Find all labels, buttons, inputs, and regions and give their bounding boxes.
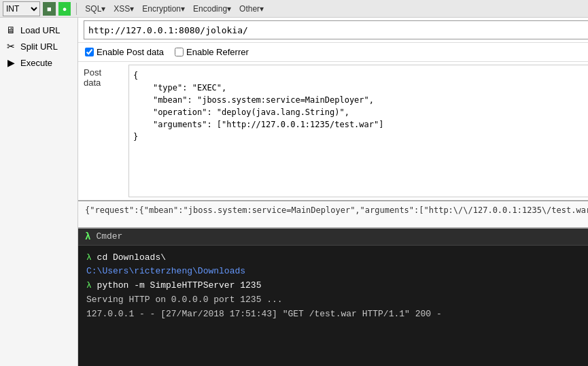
post-data-label: Post data xyxy=(78,62,126,200)
terminal-title: Cmder xyxy=(96,231,122,242)
enable-post-data-checkbox[interactable] xyxy=(85,48,94,56)
sidebar-item-execute[interactable]: ▶ Execute xyxy=(0,54,77,71)
terminal-line-1: λ cd Downloads\ xyxy=(86,251,588,265)
enable-referrer-option[interactable]: Enable Referrer xyxy=(175,47,249,57)
cmd-2: python -m SimpleHTTPServer 1235 xyxy=(97,280,262,290)
execute-icon: ▶ xyxy=(5,57,16,68)
menu-encoding[interactable]: Encoding▾ xyxy=(190,4,234,14)
content-panel: Enable Post data Enable Referrer Post da… xyxy=(78,18,588,366)
enable-post-data-option[interactable]: Enable Post data xyxy=(85,47,164,57)
terminal-lambda-icon: λ xyxy=(85,231,90,242)
terminal-titlebar: λ Cmder xyxy=(78,229,588,246)
output-2: 127.0.0.1 - - [27/Mar/2018 17:51:43] "GE… xyxy=(86,309,442,319)
enable-referrer-label: Enable Referrer xyxy=(186,47,249,57)
options-row: Enable Post data Enable Referrer xyxy=(78,43,588,62)
url-input[interactable] xyxy=(84,20,588,39)
cmd-1: cd Downloads\ xyxy=(97,252,166,263)
menu-encryption[interactable]: Encryption▾ xyxy=(139,4,188,14)
sidebar-item-load-url[interactable]: 🖥 Load URL xyxy=(0,22,77,38)
menu-sql[interactable]: SQL▾ xyxy=(82,4,108,14)
terminal-body: λ cd Downloads\ C:\Users\ricterzheng\Dow… xyxy=(78,246,588,363)
load-url-icon: 🖥 xyxy=(5,24,16,35)
post-data-section: Post data xyxy=(78,62,588,201)
sidebar: 🖥 Load URL ✂ Split URL ▶ Execute xyxy=(0,18,78,366)
sidebar-item-load-url-label: Load URL xyxy=(20,25,60,35)
terminal-line-2: C:\Users\ricterzheng\Downloads xyxy=(86,265,588,279)
method-select[interactable]: INT GET POST xyxy=(3,1,40,16)
post-data-textarea[interactable] xyxy=(128,65,588,197)
sidebar-item-execute-label: Execute xyxy=(20,58,52,68)
menu-other[interactable]: Other▾ xyxy=(237,4,266,14)
sidebar-item-split-url[interactable]: ✂ Split URL xyxy=(0,38,77,54)
split-url-icon: ✂ xyxy=(5,41,16,52)
output-1: Serving HTTP on 0.0.0.0 port 1235 ... xyxy=(86,295,283,305)
response-area: {"request":{"mbean":"jboss.system:servic… xyxy=(78,201,588,229)
toolbar-green-btn2[interactable]: ● xyxy=(58,2,71,16)
terminal-line-5: 127.0.0.1 - - [27/Mar/2018 17:51:43] "GE… xyxy=(86,307,588,322)
terminal: λ Cmder λ cd Downloads\ C:\Users\ricterz… xyxy=(78,229,588,367)
prompt-1: λ xyxy=(86,252,97,263)
terminal-line-4: Serving HTTP on 0.0.0.0 port 1235 ... xyxy=(86,293,588,307)
sidebar-item-split-url-label: Split URL xyxy=(20,41,58,52)
prompt-2: λ xyxy=(86,280,97,290)
toolbar-green-btn1[interactable]: ■ xyxy=(43,2,56,16)
path-1: C:\Users\ricterzheng\Downloads xyxy=(86,266,245,276)
url-bar xyxy=(78,18,588,43)
toolbar: INT GET POST ■ ● SQL▾ XSS▾ Encryption▾ E… xyxy=(0,0,588,18)
main-area: 🖥 Load URL ✂ Split URL ▶ Execute Enable … xyxy=(0,18,588,366)
terminal-line-3: λ python -m SimpleHTTPServer 1235 xyxy=(86,279,588,293)
enable-post-data-label: Enable Post data xyxy=(97,47,164,57)
enable-referrer-checkbox[interactable] xyxy=(175,48,184,56)
menu-xss[interactable]: XSS▾ xyxy=(111,4,137,14)
response-text: {"request":{"mbean":"jboss.system:servic… xyxy=(85,205,588,215)
